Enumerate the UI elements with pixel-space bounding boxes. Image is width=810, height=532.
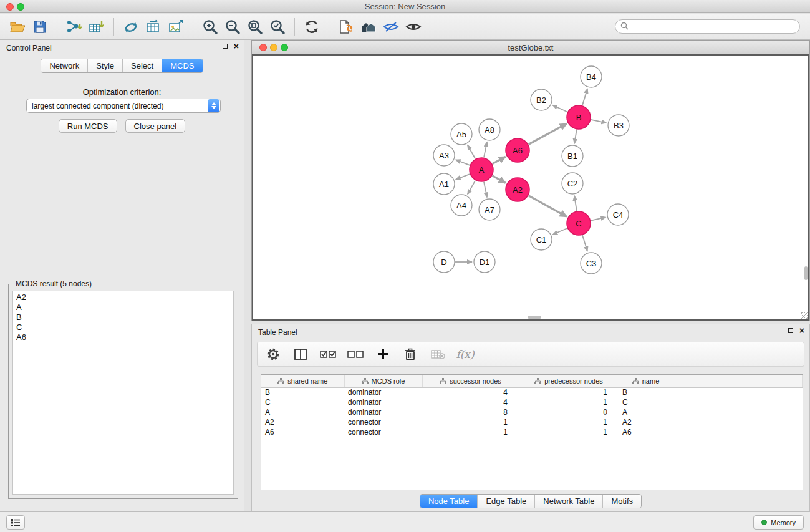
- graph-edge[interactable]: [574, 196, 577, 211]
- table-row[interactable]: A6connector11A6: [261, 427, 803, 437]
- trash-icon[interactable]: [401, 345, 420, 364]
- column-header-name[interactable]: name: [619, 375, 673, 387]
- table-cell[interactable]: B: [261, 387, 344, 397]
- table-cell[interactable]: dominator: [344, 397, 422, 407]
- column-header-predecessor-nodes[interactable]: predecessor nodes: [519, 375, 619, 387]
- column-header-successor-nodes[interactable]: successor nodes: [422, 375, 519, 387]
- table-cell[interactable]: A: [261, 407, 344, 417]
- memory-button[interactable]: Memory: [753, 515, 804, 530]
- table-cell[interactable]: dominator: [344, 407, 422, 417]
- column-header-shared-name[interactable]: shared name: [261, 375, 344, 387]
- table-cell[interactable]: 4: [422, 397, 519, 407]
- mcds-result-item[interactable]: A: [13, 302, 233, 312]
- graph-edge[interactable]: [552, 228, 567, 235]
- table-cell[interactable]: 0: [519, 407, 619, 417]
- mcds-result-item[interactable]: C: [13, 322, 233, 332]
- graph-edge[interactable]: [591, 217, 606, 220]
- table-cell[interactable]: B: [619, 387, 673, 397]
- tab-network-table[interactable]: Network Table: [535, 495, 603, 508]
- table-cell[interactable]: A: [619, 407, 673, 417]
- network-canvas[interactable]: B4B2BB3A5A8A6A3B1AA1C2A2A4A7C4CC1C3DD1: [252, 54, 809, 321]
- graph-edge[interactable]: [493, 176, 506, 183]
- mcds-result-list[interactable]: A2ABCA6: [12, 291, 234, 495]
- tab-style[interactable]: Style: [88, 59, 123, 72]
- table-row[interactable]: Bdominator41B: [261, 387, 803, 397]
- tab-motifs[interactable]: Motifs: [603, 495, 641, 508]
- tab-edge-table[interactable]: Edge Table: [478, 495, 535, 508]
- table-cell[interactable]: 1: [422, 427, 519, 437]
- graph-edge[interactable]: [484, 142, 487, 158]
- graph-edge[interactable]: [529, 196, 567, 217]
- graph-edge[interactable]: [591, 120, 607, 123]
- vertical-scroll-thumb[interactable]: [804, 266, 808, 280]
- table-cell[interactable]: 4: [422, 387, 519, 397]
- mcds-result-item[interactable]: B: [13, 312, 233, 322]
- graph-edge[interactable]: [582, 235, 587, 251]
- table-cell[interactable]: A6: [619, 427, 673, 437]
- network-transform-icon[interactable]: [120, 16, 142, 37]
- show-graphics-details-icon[interactable]: [402, 16, 425, 37]
- open-folder-icon[interactable]: [6, 16, 29, 37]
- graph-edge[interactable]: [529, 123, 567, 144]
- table-cell[interactable]: dominator: [344, 387, 422, 397]
- table-row[interactable]: Cdominator41C: [261, 397, 803, 407]
- mcds-result-item[interactable]: A6: [13, 332, 233, 342]
- graph-edge[interactable]: [552, 105, 567, 112]
- horizontal-scroll-thumb[interactable]: [528, 316, 541, 319]
- export-image-icon[interactable]: [165, 16, 187, 37]
- graph-edge[interactable]: [484, 182, 487, 198]
- home-icon[interactable]: [357, 16, 380, 37]
- zoom-in-icon[interactable]: [199, 16, 221, 37]
- column-icon[interactable]: [291, 345, 310, 364]
- column-header-mcds-role[interactable]: MCDS role: [344, 375, 422, 387]
- zoom-fit-icon[interactable]: [244, 16, 266, 37]
- resize-grip-icon[interactable]: [801, 312, 808, 319]
- document-cycle-icon[interactable]: [335, 16, 357, 37]
- graph-edge[interactable]: [456, 174, 470, 180]
- table-cell[interactable]: C: [261, 397, 344, 407]
- table-cell[interactable]: 1: [519, 417, 619, 427]
- graph-edge[interactable]: [582, 89, 587, 105]
- add-row-icon[interactable]: [374, 345, 392, 364]
- table-cell[interactable]: 1: [519, 427, 619, 437]
- search-input[interactable]: [632, 22, 794, 32]
- table-cell[interactable]: 8: [422, 407, 519, 417]
- optimization-criterion-select[interactable]: largest connected component (directed): [26, 99, 221, 113]
- zoom-selected-icon[interactable]: [266, 16, 289, 37]
- close-table-panel-icon[interactable]: ×: [799, 327, 804, 334]
- float-panel-icon[interactable]: [223, 44, 228, 49]
- mcds-result-item[interactable]: A2: [13, 293, 233, 302]
- close-panel-button[interactable]: Close panel: [125, 119, 186, 133]
- show-panels-button[interactable]: [6, 515, 25, 530]
- gear-icon[interactable]: [264, 345, 282, 364]
- hide-graphics-details-icon[interactable]: [380, 16, 402, 37]
- table-cell[interactable]: A2: [619, 417, 673, 427]
- graph-edge[interactable]: [493, 157, 506, 163]
- table-cell[interactable]: connector: [344, 417, 422, 427]
- close-panel-icon[interactable]: ×: [234, 43, 239, 49]
- delete-table-icon[interactable]: [428, 345, 447, 364]
- save-session-icon[interactable]: [29, 16, 51, 37]
- deselect-all-checkbox-icon[interactable]: [346, 345, 365, 364]
- graph-edge[interactable]: [456, 160, 470, 165]
- graph-edge[interactable]: [468, 145, 475, 158]
- export-table-icon[interactable]: [142, 16, 165, 37]
- select-all-checkbox-icon[interactable]: [319, 345, 337, 364]
- import-table-icon[interactable]: [85, 16, 108, 37]
- table-row[interactable]: Adominator80A: [261, 407, 803, 417]
- tab-select[interactable]: Select: [123, 59, 162, 72]
- network-graph[interactable]: B4B2BB3A5A8A6A3B1AA1C2A2A4A7C4CC1C3DD1: [253, 56, 804, 317]
- toolbar-search[interactable]: [615, 19, 800, 34]
- graph-edge[interactable]: [468, 180, 475, 194]
- refresh-icon[interactable]: [301, 16, 323, 37]
- table-cell[interactable]: 1: [422, 417, 519, 427]
- node-table-container[interactable]: shared name MCDS role successor nodes pr…: [261, 374, 803, 490]
- zoom-out-icon[interactable]: [221, 16, 244, 37]
- table-cell[interactable]: 1: [519, 397, 619, 407]
- vertical-scrollbar[interactable]: [804, 56, 808, 319]
- network-window-titlebar[interactable]: testGlobe.txt: [252, 41, 809, 54]
- import-network-icon[interactable]: [63, 16, 85, 37]
- graph-edge[interactable]: [574, 130, 577, 144]
- horizontal-scrollbar[interactable]: [253, 315, 803, 319]
- table-cell[interactable]: connector: [344, 427, 422, 437]
